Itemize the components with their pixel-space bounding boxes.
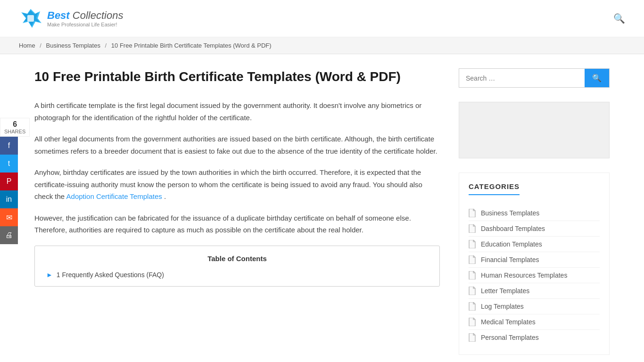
pinterest-share-button[interactable]: P [0,173,18,190]
toc-item-label-1: 1 Frequently Asked Questions (FAQ) [57,271,164,279]
article-para-3: Anyhow, birthday certificates are issued… [34,166,440,203]
document-icon [469,318,476,326]
facebook-share-button[interactable]: f [0,137,18,155]
social-sidebar: 6 SHARES f t P in ✉ 🖨 [0,118,30,244]
category-label: Dashboard Templates [481,225,545,232]
adoption-certificate-link[interactable]: Adoption Certificate Templates [66,192,162,200]
share-count: 6 SHARES [0,118,30,137]
article-para-4: However, the justification can be fabric… [34,212,440,236]
category-list-item[interactable]: Personal Templates [469,330,600,345]
advertisement-placeholder [459,102,610,158]
logo[interactable]: Best Collections Make Professional Life … [19,7,123,30]
email-share-button[interactable]: ✉ [0,208,18,226]
site-header: Best Collections Make Professional Life … [0,0,644,37]
category-list-item[interactable]: Letter Templates [469,283,600,299]
breadcrumb-business-templates[interactable]: Business Templates [46,42,100,49]
document-icon [469,209,476,217]
article-para-1: A birth certificate template is the firs… [34,99,440,123]
category-label: Medical Templates [481,318,536,326]
toc-item-1[interactable]: ► 1 Frequently Asked Questions (FAQ) [46,269,428,280]
article-title: 10 Free Printable Birth Certificate Temp… [34,68,440,85]
twitter-share-button[interactable]: t [0,155,18,173]
category-label: Log Templates [481,303,524,310]
category-list-item[interactable]: Financial Templates [469,252,600,268]
document-icon [469,224,476,233]
document-icon [469,333,476,342]
logo-icon [19,7,42,30]
header-search-icon[interactable]: 🔍 [613,13,625,24]
main-container: 10 Free Printable Birth Certificate Temp… [16,54,628,362]
toc-arrow-icon: ► [46,271,53,279]
category-label: Personal Templates [481,334,539,341]
category-label: Human Resources Templates [481,272,567,279]
document-icon [469,255,476,264]
toc-title: Table of Contents [46,255,428,263]
breadcrumb: Home / Business Templates / 10 Free Prin… [0,37,644,54]
table-of-contents: Table of Contents ► 1 Frequently Asked Q… [34,246,440,287]
category-list-item[interactable]: Human Resources Templates [469,268,600,283]
search-form: 🔍 [459,68,610,88]
sidebar: 🔍 CATEGORIES Business TemplatesDashboard… [459,68,610,355]
search-input[interactable] [459,70,585,87]
category-list-item[interactable]: Log Templates [469,299,600,314]
category-list-item[interactable]: Medical Templates [469,314,600,330]
linkedin-share-button[interactable]: in [0,190,18,208]
document-icon [469,240,476,248]
search-widget: 🔍 [459,68,610,88]
document-icon [469,302,476,311]
category-list-item[interactable]: Dashboard Templates [469,221,600,237]
breadcrumb-current: 10 Free Printable Birth Certificate Temp… [111,42,272,49]
search-button[interactable]: 🔍 [585,69,609,87]
document-icon [469,271,476,280]
category-label: Letter Templates [481,287,529,295]
content-area: 10 Free Printable Birth Certificate Temp… [34,68,440,355]
svg-rect-2 [27,15,34,22]
category-list-item[interactable]: Business Templates [469,206,600,221]
breadcrumb-home[interactable]: Home [19,42,35,49]
categories-widget: CATEGORIES Business TemplatesDashboard T… [459,173,610,355]
categories-title: CATEGORIES [469,182,520,195]
category-list-item[interactable]: Education Templates [469,237,600,252]
category-label: Education Templates [481,240,542,248]
category-label: Financial Templates [481,256,539,263]
article-para-2: All other legal documents from the gover… [34,133,440,157]
print-share-button[interactable]: 🖨 [0,226,18,244]
category-label: Business Templates [481,209,539,217]
logo-text: Best Collections Make Professional Life … [47,9,123,27]
category-list: Business TemplatesDashboard TemplatesEdu… [469,206,600,345]
document-icon [469,287,476,295]
